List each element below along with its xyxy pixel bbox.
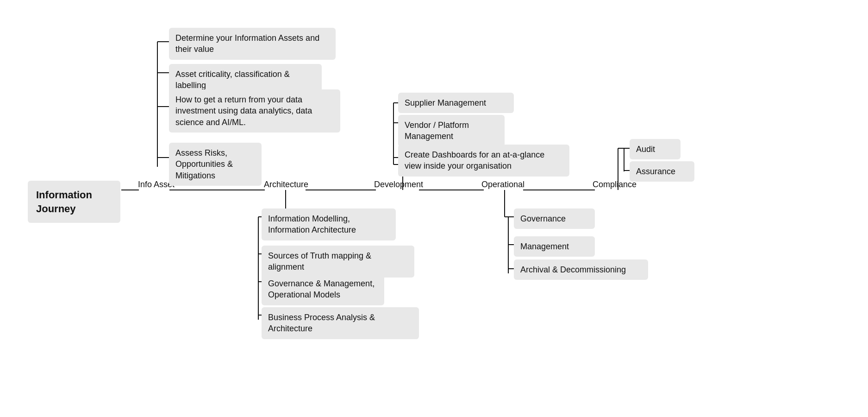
node-assurance: Assurance: [630, 161, 694, 182]
node-vendor: Vendor / Platform Management: [398, 115, 505, 147]
node-mgmt: Management: [514, 236, 595, 257]
node-archival: Archival & Decommissioning: [514, 259, 648, 280]
node-bpa: Business Process Analysis & Architecture: [262, 307, 419, 339]
node-return: How to get a return from your data inves…: [169, 89, 340, 133]
node-governance-mgmt: Governance & Management, Operational Mod…: [262, 273, 384, 305]
connector-lines: [0, 0, 868, 417]
label-development: Development: [374, 180, 423, 190]
mind-map-diagram: Information Journey Info Asset Architect…: [0, 0, 868, 417]
label-compliance: Compliance: [593, 180, 637, 190]
label-architecture: Architecture: [264, 180, 308, 190]
label-operational: Operational: [481, 180, 525, 190]
node-determine: Determine your Information Assets and th…: [169, 28, 336, 60]
node-sources: Sources of Truth mapping & alignment: [262, 246, 414, 278]
node-assess: Assess Risks, Opportunities & Mitigation…: [169, 143, 262, 186]
node-audit: Audit: [630, 139, 681, 159]
node-info-modelling: Information Modelling, Information Archi…: [262, 208, 396, 240]
node-gov: Governance: [514, 208, 595, 229]
node-supplier: Supplier Management: [398, 93, 514, 113]
node-dashboards: Create Dashboards for an at-a-glance vie…: [398, 145, 569, 177]
root-label: Information Journey: [36, 189, 92, 215]
root-node: Information Journey: [28, 181, 120, 223]
